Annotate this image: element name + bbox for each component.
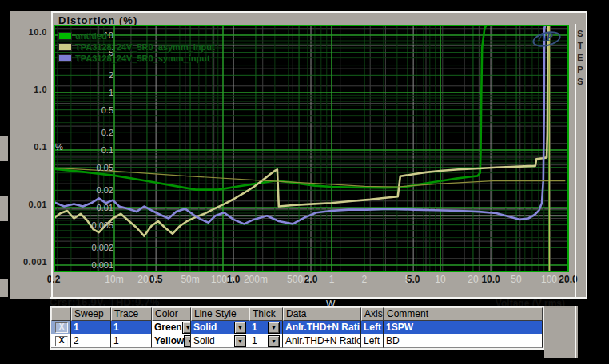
table-header-row: SweepTraceColorLine StyleThickDataAxisCo… bbox=[51, 307, 543, 321]
comment-cell[interactable]: BD bbox=[384, 334, 543, 348]
ap-logo-text: AP bbox=[539, 31, 553, 44]
chevron-down-icon[interactable]: ▼ bbox=[234, 335, 246, 347]
trace-cell[interactable]: 1 bbox=[111, 321, 152, 334]
background-window-fragment bbox=[0, 196, 8, 221]
y-tick-inner: 0.5 bbox=[102, 105, 113, 115]
trace-cell[interactable]: 1 bbox=[111, 334, 152, 348]
chevron-down-icon[interactable]: ▼ bbox=[184, 335, 191, 347]
x-tick-watts: 10m bbox=[105, 274, 123, 285]
x-tick-volts: 0.5 bbox=[149, 274, 163, 285]
legend-item[interactable]: TPA3128_24V_5R0_asymm_input bbox=[58, 42, 215, 53]
sweep-table: SweepTraceColorLine StyleThickDataAxisCo… bbox=[50, 306, 544, 350]
x-tick-watts: 200m bbox=[244, 274, 268, 285]
y-tick-inner: 0.005 bbox=[91, 220, 113, 230]
screen: 10.01.00.10.010.001 Distortion (%) Crsr:… bbox=[0, 0, 609, 364]
y-tick-inner: 1 bbox=[109, 88, 113, 97]
axis-cell[interactable]: Left bbox=[361, 334, 384, 348]
x-tick-watts: 10 bbox=[435, 274, 445, 285]
x-tick-watts: 2 bbox=[362, 274, 368, 285]
panel-border-left bbox=[51, 11, 53, 299]
table-row[interactable]: X21Yellow▼Solid▼1▼Anlr.THD+N RatioLeftBD bbox=[51, 334, 543, 348]
thickness-dropdown-value: 1 bbox=[252, 335, 257, 347]
panel-border-bottom bbox=[50, 297, 587, 299]
legend-label: untitled bbox=[75, 31, 107, 41]
ap-logo: AP bbox=[532, 30, 559, 46]
panel-border-top bbox=[53, 11, 587, 13]
thickness-dropdown-value: 1 bbox=[252, 322, 257, 334]
row-select-cell[interactable]: X bbox=[51, 321, 71, 334]
legend-swatch-icon bbox=[58, 43, 72, 51]
sweep-cell[interactable]: 1 bbox=[71, 321, 111, 334]
column-header-comment[interactable]: Comment bbox=[384, 307, 543, 321]
column-header-select[interactable] bbox=[51, 307, 71, 321]
legend-label: TPA3128_24V_5R0_asymm_input bbox=[75, 42, 215, 52]
table-row[interactable]: X11Green▼Solid▼1▼Anlr.THD+N RatioLeft1SP… bbox=[51, 321, 543, 334]
x-tick-watts: 20 bbox=[468, 274, 478, 285]
legend-item[interactable]: TPA3128_24V_5R0_symm_input bbox=[58, 53, 215, 64]
column-header-axis[interactable]: Axis bbox=[361, 307, 384, 321]
color-dropdown-value: Yellow bbox=[154, 335, 184, 347]
background-window-border bbox=[575, 24, 576, 297]
thickness-dropdown[interactable]: 1▼ bbox=[249, 334, 283, 348]
data-cell[interactable]: Anlr.THD+N Ratio bbox=[283, 321, 361, 334]
background-window-fragment bbox=[0, 136, 8, 161]
x-tick-volts: 0.2 bbox=[47, 274, 61, 285]
x-tick-volts: 1.0 bbox=[227, 274, 241, 285]
y-tick-inner: 0.001 bbox=[91, 260, 113, 270]
sweep-cell[interactable]: 2 bbox=[71, 334, 111, 348]
y-tick-outer: 1.0 bbox=[34, 85, 47, 94]
y-axis-unit-label: % bbox=[55, 142, 63, 152]
chevron-down-icon[interactable]: ▼ bbox=[268, 322, 280, 334]
axis-cell[interactable]: Left bbox=[361, 321, 384, 334]
y-tick-outer: 10.0 bbox=[29, 27, 47, 37]
column-header-color[interactable]: Color bbox=[152, 307, 191, 321]
chevron-down-icon[interactable]: ▼ bbox=[182, 322, 191, 334]
column-header-line-style[interactable]: Line Style bbox=[191, 307, 249, 321]
right-axis-title: STEPS bbox=[571, 29, 585, 89]
background-window-border bbox=[575, 306, 576, 358]
x-tick-watts: 100 bbox=[541, 274, 557, 285]
legend-label: TPA3128_24V_5R0_symm_input bbox=[75, 53, 210, 63]
column-header-thick[interactable]: Thick bbox=[249, 307, 283, 321]
y-axis-outer-gutter: 10.01.00.10.010.001 bbox=[10, 11, 53, 299]
y-tick-outer: 0.1 bbox=[34, 142, 47, 152]
plot-area[interactable]: 105210.50.20.10.050.020.010.0050.0020.00… bbox=[54, 25, 569, 272]
trace-visible-checkbox[interactable]: X bbox=[55, 322, 68, 333]
column-header-sweep[interactable]: Sweep bbox=[71, 307, 111, 321]
y-tick-inner: 0.02 bbox=[97, 185, 113, 195]
y-tick-inner: 0.05 bbox=[97, 163, 113, 172]
background-window-fragment bbox=[0, 279, 8, 297]
chevron-down-icon[interactable]: ▼ bbox=[268, 335, 280, 347]
trace-visible-checkbox[interactable]: X bbox=[55, 336, 68, 346]
y-tick-inner: 0.2 bbox=[102, 128, 113, 137]
y-tick-inner: 0.01 bbox=[97, 203, 113, 212]
color-dropdown-value: Green bbox=[154, 322, 182, 334]
comment-cell[interactable]: 1SPW bbox=[384, 321, 543, 334]
x-tick-volts: 2.0 bbox=[304, 274, 318, 285]
background-window-fragment bbox=[544, 306, 578, 358]
chevron-down-icon[interactable]: ▼ bbox=[234, 322, 246, 334]
x-tick-watts: 50 bbox=[511, 274, 521, 285]
y-tick-inner: 0.1 bbox=[102, 145, 113, 155]
x-tick-watts: 50m bbox=[181, 274, 199, 285]
panel-border-right bbox=[586, 11, 587, 299]
thickness-dropdown[interactable]: 1▼ bbox=[249, 321, 283, 334]
legend: untitledTPA3128_24V_5R0_asymm_inputTPA31… bbox=[58, 30, 215, 64]
y-tick-outer: 0.001 bbox=[23, 257, 47, 267]
color-dropdown[interactable]: Green▼ bbox=[152, 321, 191, 334]
legend-swatch-icon bbox=[58, 32, 72, 40]
color-dropdown[interactable]: Yellow▼ bbox=[152, 334, 191, 348]
column-header-data[interactable]: Data bbox=[283, 307, 361, 321]
row-select-cell[interactable]: X bbox=[51, 334, 71, 348]
line-style-dropdown-value: Solid bbox=[193, 335, 215, 347]
y-tick-inner: 0.002 bbox=[91, 243, 113, 252]
x-tick-volts: 5.0 bbox=[407, 274, 420, 285]
column-header-trace[interactable]: Trace bbox=[111, 307, 152, 321]
y-tick-inner: 2 bbox=[109, 70, 113, 80]
data-cell[interactable]: Anlr.THD+N Ratio bbox=[283, 334, 361, 348]
x-tick-volts: 10.0 bbox=[481, 274, 500, 285]
legend-item[interactable]: untitled bbox=[58, 30, 215, 42]
line-style-dropdown[interactable]: Solid▼ bbox=[191, 321, 249, 334]
line-style-dropdown[interactable]: Solid▼ bbox=[191, 334, 249, 348]
x-tick-watts: 1 bbox=[329, 274, 335, 285]
